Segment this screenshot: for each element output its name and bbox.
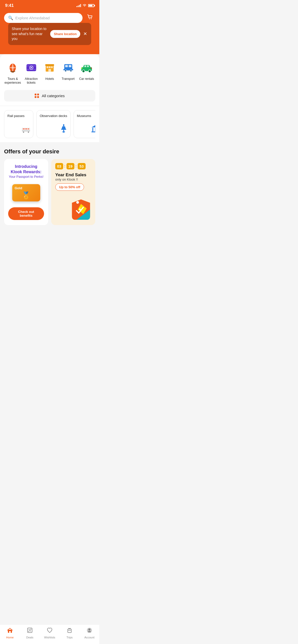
status-time: 9:41 <box>5 3 14 8</box>
svg-rect-45 <box>62 131 65 133</box>
offers-title: Offers of your desire <box>4 148 95 155</box>
search-bar[interactable]: 🔍 Explore Ahmedabad <box>4 13 83 23</box>
svg-rect-16 <box>49 66 51 68</box>
sale-subtitle: only on Klook !! <box>55 178 91 181</box>
svg-rect-48 <box>92 128 93 131</box>
svg-point-23 <box>65 70 66 71</box>
svg-rect-36 <box>25 128 27 129</box>
svg-point-30 <box>88 70 91 72</box>
category-hotels[interactable]: Hotels <box>41 60 58 85</box>
svg-rect-28 <box>87 65 89 67</box>
year-end-sale-card[interactable]: 03 : 19 : 53 Year End Sales only on Kloo… <box>51 159 95 225</box>
status-bar: 9:41 <box>0 0 99 10</box>
car-icon <box>79 60 94 75</box>
svg-rect-17 <box>51 66 53 68</box>
museums-label: Museums <box>77 114 95 118</box>
svg-point-44 <box>63 124 64 126</box>
svg-point-52 <box>76 201 79 204</box>
timer-colon-1: : <box>64 164 65 168</box>
tours-icon <box>5 60 20 75</box>
subcategory-rail[interactable]: Rail passes <box>4 110 33 138</box>
category-tours[interactable]: Tours &experiences <box>4 60 21 85</box>
attraction-icon <box>24 60 39 75</box>
categories-grid: Tours &experiences Attractiontickets <box>4 60 95 85</box>
attraction-label: Attractiontickets <box>25 77 38 85</box>
subcategory-observation[interactable]: Observation decks <box>36 110 71 138</box>
timer-colon-2: : <box>75 164 77 168</box>
subcategories-section: Rail passes Observation decks <box>0 106 99 142</box>
svg-point-40 <box>28 131 29 133</box>
checkout-benefits-button[interactable]: Check out benefits <box>8 207 44 220</box>
svg-rect-49 <box>95 128 95 131</box>
tours-label: Tours &experiences <box>5 77 21 85</box>
subcategories-row: Rail passes Observation decks <box>4 110 95 138</box>
svg-rect-31 <box>81 68 82 68</box>
all-categories-button[interactable]: All categories <box>4 90 95 101</box>
svg-rect-15 <box>47 66 48 68</box>
share-location-button[interactable]: Share location <box>50 30 80 38</box>
status-icons <box>76 4 94 8</box>
svg-point-39 <box>23 131 24 133</box>
category-attraction[interactable]: Attractiontickets <box>23 60 40 85</box>
observation-label: Observation decks <box>40 114 67 118</box>
category-car[interactable]: Car rentals <box>78 60 95 85</box>
timer-hours: 03 <box>55 163 63 169</box>
sale-discount-badge: Up to 50% off <box>55 183 84 191</box>
observation-icon <box>60 124 67 134</box>
klook-gold-card: Gold 🏅 <box>12 184 40 201</box>
search-row: 🔍 Explore Ahmedabad <box>4 13 95 23</box>
offers-row: IntroducingKlook Rewards: Your Passport … <box>4 159 95 225</box>
location-banner: Share your location to see what's fun ne… <box>8 23 91 45</box>
timer-seconds: 53 <box>78 163 86 169</box>
all-categories-label: All categories <box>42 94 65 98</box>
svg-rect-47 <box>91 131 95 133</box>
transport-icon <box>61 60 76 75</box>
klook-rewards-content: IntroducingKlook Rewards: Your Passport … <box>4 159 48 225</box>
countdown-timer: 03 : 19 : 53 <box>55 163 91 169</box>
header: 🔍 Explore Ahmedabad Share your location … <box>0 10 99 54</box>
museums-icon <box>91 125 95 134</box>
klook-rewards-title: IntroducingKlook Rewards: <box>9 164 43 175</box>
klook-rewards-card[interactable]: IntroducingKlook Rewards: Your Passport … <box>4 159 48 225</box>
search-icon: 🔍 <box>8 16 13 20</box>
svg-rect-20 <box>65 65 67 67</box>
svg-rect-18 <box>48 69 51 71</box>
search-placeholder: Explore Ahmedabad <box>15 16 50 20</box>
svg-rect-35 <box>23 128 25 129</box>
svg-point-0 <box>89 19 90 19</box>
sale-tag-icon <box>71 198 91 221</box>
wifi-icon <box>83 4 87 8</box>
svg-rect-14 <box>45 64 54 66</box>
hotels-icon <box>42 60 57 75</box>
hotels-label: Hotels <box>45 77 54 81</box>
svg-point-29 <box>82 70 85 72</box>
cart-button[interactable] <box>85 13 95 23</box>
car-label: Car rentals <box>79 77 94 81</box>
offers-section: Offers of your desire IntroducingKlook R… <box>0 142 99 251</box>
rail-icon <box>22 127 30 134</box>
gold-label: Gold <box>15 186 22 190</box>
transport-label: Transport <box>62 77 75 81</box>
svg-rect-21 <box>69 65 71 67</box>
location-text: Share your location to see what's fun ne… <box>12 26 48 41</box>
cart-icon <box>87 14 93 22</box>
svg-point-24 <box>70 70 72 71</box>
svg-marker-46 <box>91 125 95 127</box>
rail-label: Rail passes <box>7 114 30 118</box>
close-location-banner-button[interactable]: ✕ <box>83 31 88 37</box>
subcategory-museums[interactable]: Museums <box>74 110 95 138</box>
battery-icon <box>88 4 94 7</box>
svg-point-1 <box>91 19 92 19</box>
categories-card: Tours &experiences Attractiontickets <box>0 54 99 106</box>
svg-rect-37 <box>28 128 29 129</box>
klook-rewards-subtitle: Your Passport to Perks! <box>9 175 43 179</box>
category-transport[interactable]: Transport <box>60 60 77 85</box>
timer-minutes: 19 <box>66 163 74 169</box>
svg-rect-38 <box>22 130 30 131</box>
grid-icon <box>35 94 39 98</box>
sale-title: Year End Sales <box>55 172 91 178</box>
year-end-sale-content: 03 : 19 : 53 Year End Sales only on Kloo… <box>51 159 95 225</box>
signal-icon <box>76 4 81 7</box>
svg-rect-32 <box>91 68 92 68</box>
svg-rect-43 <box>61 129 66 130</box>
